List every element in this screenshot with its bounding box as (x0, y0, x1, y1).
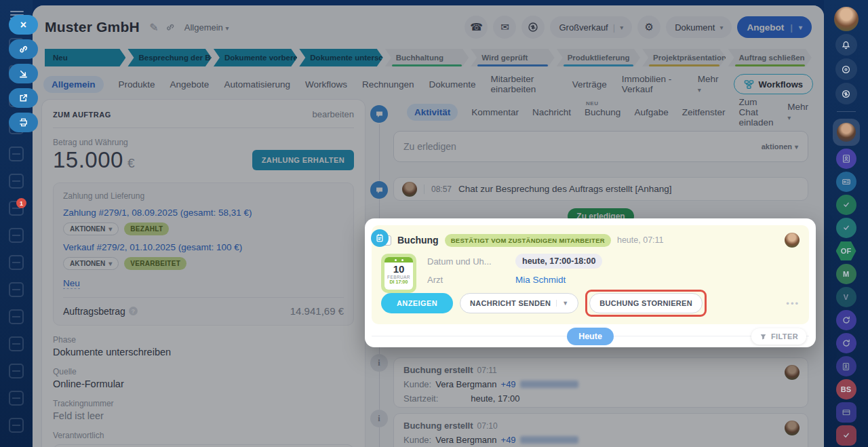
cancel-booking-button[interactable]: BUCHUNG STORNIEREN (589, 293, 703, 313)
show-button[interactable]: ANZEIGEN (381, 293, 453, 313)
collapse-button[interactable] (9, 64, 38, 83)
doctor-link[interactable]: Mia Schmidt (515, 275, 566, 285)
right-sidebar: OF M V BS (824, 0, 868, 447)
send-message-button[interactable]: NACHRICHT SENDEN▼ (460, 293, 578, 313)
nav-icon[interactable] (9, 174, 24, 189)
nav-icon[interactable] (9, 147, 24, 161)
mail-icon[interactable] (9, 228, 24, 243)
avatar (785, 233, 800, 248)
booking-spotlight-card: Buchung BESTÄTIGT VOM ZUSTÄNDIGEN MITARB… (365, 218, 816, 347)
nav-icon[interactable] (9, 391, 24, 406)
app-check-icon[interactable] (836, 218, 856, 238)
translate-icon[interactable] (835, 83, 857, 104)
booking-icon (371, 229, 389, 247)
red-highlight-annotation: BUCHUNG STORNIEREN (585, 290, 707, 317)
edit-icon[interactable] (9, 336, 24, 351)
filter-button[interactable]: FILTER (751, 328, 806, 345)
print-button[interactable] (9, 113, 38, 132)
app-idcard-icon[interactable] (836, 172, 856, 192)
notifications-bell-icon[interactable] (835, 34, 857, 56)
field-label: Arzt (427, 275, 515, 285)
link-button[interactable] (9, 39, 38, 59)
today-pill[interactable]: Heute (567, 328, 614, 345)
divider (837, 111, 856, 112)
app-sync-icon[interactable] (836, 333, 856, 353)
app-badge-of[interactable]: OF (836, 241, 856, 261)
calendar-icon[interactable] (9, 309, 24, 324)
app-contacts-icon[interactable] (836, 356, 856, 376)
app-check-icon[interactable] (836, 195, 856, 215)
nav-icon[interactable] (9, 364, 24, 378)
field-label: Datum und Uh... (427, 256, 515, 267)
teammate-avatar[interactable] (833, 119, 860, 146)
tour-actions: × (9, 15, 38, 137)
app-card-icon[interactable] (836, 402, 856, 423)
app-contacts-icon[interactable] (836, 149, 856, 169)
app-badge-v[interactable]: V (836, 287, 856, 307)
stats-icon[interactable] (9, 418, 24, 433)
telephony-icon[interactable] (835, 58, 857, 80)
open-external-button[interactable] (9, 88, 38, 108)
app-badge-bs[interactable]: BS (836, 379, 856, 400)
close-button[interactable]: × (9, 15, 38, 35)
tasks-count-badge: 1 (16, 198, 26, 208)
app-badge-m[interactable]: M (836, 264, 856, 284)
mini-calendar: 10 FEBRUAR DI 17:00 (381, 254, 416, 293)
calendar-time: DI 17:00 (384, 279, 413, 284)
calendar-month: FEBRUAR (384, 275, 413, 279)
calendar-day: 10 (384, 263, 413, 275)
app-check-icon[interactable] (836, 425, 856, 446)
more-options-icon[interactable]: ••• (786, 298, 800, 309)
app-sync-icon[interactable] (836, 310, 856, 330)
nav-icon[interactable] (9, 255, 24, 270)
booking-status-badge: BESTÄTIGT VOM ZUSTÄNDIGEN MITARBEITER (445, 234, 611, 247)
booking-entry: Buchung BESTÄTIGT VOM ZUSTÄNDIGEN MITARB… (372, 225, 809, 324)
datetime-pill: heute, 17:00-18:00 (515, 254, 602, 269)
chat-icon[interactable] (9, 282, 24, 297)
user-avatar[interactable] (834, 7, 859, 31)
booking-type: Buchung (397, 235, 439, 246)
booking-time: heute, 07:11 (617, 235, 664, 245)
